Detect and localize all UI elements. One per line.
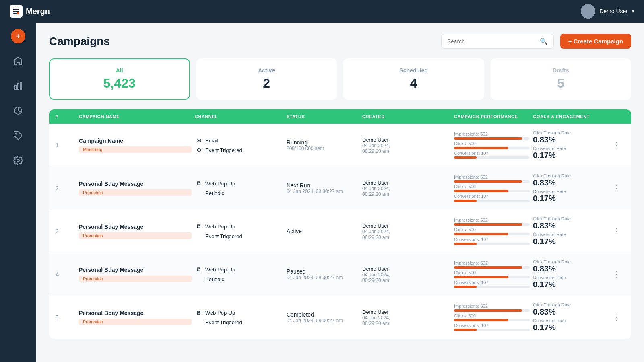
- impressions-bar-bg: [454, 137, 530, 140]
- channel-icon: 🖥: [195, 222, 203, 230]
- clicks-bar-bg: [454, 190, 530, 192]
- cr-item: Conversion Rate 0.17%: [533, 232, 605, 246]
- campaign-tag: Promotion: [79, 319, 192, 325]
- row-number: 4: [56, 271, 76, 278]
- goals-cell: Click Through Rate 0.83% Conversion Rate…: [533, 130, 605, 160]
- sidebar-item-segments[interactable]: [7, 100, 29, 121]
- status-text: Running: [287, 139, 359, 146]
- ctr-item: Click Through Rate 0.83%: [533, 173, 605, 187]
- performance-cell: Impressions: 602 Clicks: 500 Conversions…: [454, 261, 530, 288]
- stat-label-all: All: [60, 67, 180, 74]
- conversions-bar-bg: [454, 243, 530, 245]
- clicks-label: Clicks: 500: [454, 270, 530, 275]
- search-input[interactable]: [447, 38, 537, 45]
- created-by: Demo User: [362, 223, 451, 229]
- more-options-button[interactable]: ⋮: [609, 227, 625, 236]
- created-time: 08:29:20 am: [362, 234, 451, 240]
- status-sub: 04 Jan 2024, 08:30:27 am: [287, 275, 359, 280]
- user-menu[interactable]: Demo User ▾: [581, 4, 634, 19]
- channel-icon: [195, 232, 203, 240]
- clicks-row: Clicks: 500: [454, 313, 530, 321]
- cr-value: 0.17%: [533, 194, 605, 203]
- clicks-bar-bg: [454, 319, 530, 321]
- status-text: Active: [287, 228, 359, 234]
- channel-label: Periodic: [205, 276, 224, 282]
- conversions-row: Conversions: 107: [454, 151, 530, 159]
- impressions-row: Impressions: 602: [454, 261, 530, 269]
- created-cell: Demo User 04 Jan 2024, 08:29:20 am: [362, 309, 451, 326]
- conversions-bar: [454, 286, 477, 288]
- table-header-col-5: Campaign Performance: [454, 114, 530, 119]
- campaign-name-cell: Campaign Name Marketing: [79, 138, 192, 153]
- stat-card-scheduled[interactable]: Scheduled 4: [343, 58, 484, 100]
- clicks-row: Clicks: 500: [454, 227, 530, 235]
- table-row: 5 Personal Bday Message Promotion 🖥 Web …: [49, 296, 631, 339]
- sidebar-item-analytics[interactable]: [7, 75, 29, 97]
- main-content: Campaigns 🔍 + Create Campaign All 5,423 …: [36, 23, 644, 362]
- created-date: 04 Jan 2024,: [362, 143, 451, 148]
- status-sub: 04 Jan 2024, 08:30:27 am: [287, 318, 359, 323]
- cr-item: Conversion Rate 0.17%: [533, 189, 605, 203]
- table-header-col-3: Status: [287, 114, 359, 119]
- search-box[interactable]: 🔍: [441, 34, 554, 49]
- channel-label: Periodic: [205, 190, 224, 196]
- more-options-button[interactable]: ⋮: [609, 184, 625, 193]
- header-actions: 🔍 + Create Campaign: [441, 34, 631, 49]
- campaign-name-cell: Personal Bday Message Promotion: [79, 310, 192, 325]
- sidebar-item-home[interactable]: [7, 50, 29, 72]
- channel-label: Web Pop-Up: [205, 267, 235, 273]
- cr-item: Conversion Rate 0.17%: [533, 318, 605, 332]
- more-options-button[interactable]: ⋮: [609, 270, 625, 279]
- cr-item: Conversion Rate 0.17%: [533, 275, 605, 289]
- impressions-bar: [454, 137, 522, 140]
- impressions-label: Impressions: 602: [454, 175, 530, 179]
- table-row: 4 Personal Bday Message Promotion 🖥 Web …: [49, 253, 631, 296]
- stat-card-all[interactable]: All 5,423: [49, 58, 190, 100]
- stat-card-drafts[interactable]: Drafts 5: [491, 58, 632, 100]
- cr-value: 0.17%: [533, 280, 605, 289]
- sidebar-item-settings[interactable]: [7, 150, 29, 171]
- ctr-value: 0.83%: [533, 135, 605, 144]
- campaign-name-cell: Personal Bday Message Promotion: [79, 181, 192, 196]
- conversions-label: Conversions: 107: [454, 151, 530, 156]
- page-header: Campaigns 🔍 + Create Campaign: [49, 34, 631, 49]
- clicks-bar-bg: [454, 147, 530, 149]
- clicks-row: Clicks: 500: [454, 184, 530, 192]
- impressions-bar: [454, 223, 522, 226]
- clicks-bar: [454, 147, 508, 149]
- stat-value-drafts: 5: [501, 76, 621, 91]
- goals-cell: Click Through Rate 0.83% Conversion Rate…: [533, 302, 605, 332]
- impressions-row: Impressions: 602: [454, 132, 530, 140]
- table-header-col-2: Channel: [195, 114, 283, 119]
- logo-icon: [10, 5, 23, 18]
- channel-item: ✉ Email: [195, 136, 283, 144]
- sidebar-add-button[interactable]: +: [11, 29, 25, 43]
- row-number: 1: [56, 142, 76, 148]
- table-header-col-0: #: [56, 114, 76, 119]
- clicks-bar: [454, 190, 508, 192]
- sidebar-item-campaigns[interactable]: [7, 125, 29, 146]
- created-by: Demo User: [362, 137, 451, 143]
- create-campaign-button[interactable]: + Create Campaign: [560, 34, 631, 49]
- table-header-col-6: Goals & Engagement: [533, 114, 605, 119]
- channel-label: Email: [205, 138, 219, 144]
- more-options-button[interactable]: ⋮: [609, 313, 625, 322]
- stat-card-active[interactable]: Active 2: [196, 58, 337, 100]
- cr-value: 0.17%: [533, 323, 605, 332]
- created-time: 08:29:20 am: [362, 321, 451, 326]
- conversions-label: Conversions: 107: [454, 323, 530, 328]
- channel-label: Event Triggered: [205, 319, 242, 325]
- more-options-button[interactable]: ⋮: [609, 141, 625, 150]
- table-row: 2 Personal Bday Message Promotion 🖥 Web …: [49, 167, 631, 210]
- channel-cell: ✉ Email ⚙ Event Triggered: [195, 136, 283, 154]
- status-cell: Running 200/100,000 sent: [287, 139, 359, 151]
- impressions-bar: [454, 266, 522, 269]
- campaign-tag: Promotion: [79, 276, 192, 282]
- ctr-label: Click Through Rate: [533, 302, 605, 307]
- cr-value: 0.17%: [533, 151, 605, 160]
- stat-label-scheduled: Scheduled: [354, 67, 474, 74]
- table-row: 3 Personal Bday Message Promotion 🖥 Web …: [49, 210, 631, 253]
- stats-row: All 5,423 Active 2 Scheduled 4 Drafts 5: [49, 58, 631, 100]
- cr-item: Conversion Rate 0.17%: [533, 146, 605, 160]
- ctr-item: Click Through Rate 0.83%: [533, 130, 605, 144]
